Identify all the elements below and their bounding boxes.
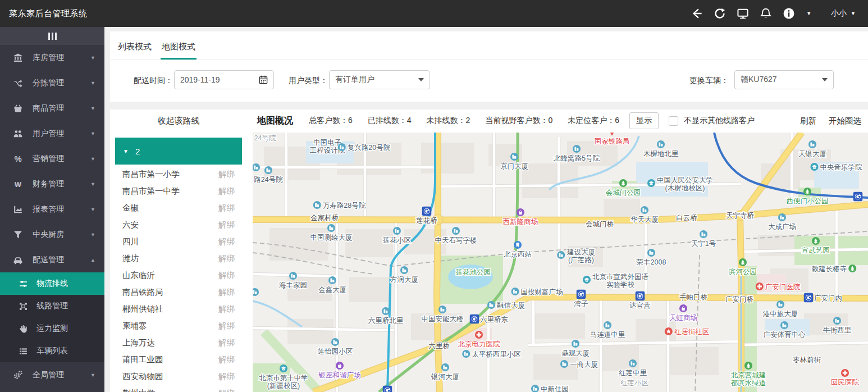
map-poi-icon[interactable] (383, 386, 392, 392)
back-icon[interactable] (691, 8, 702, 19)
route-customer-row[interactable]: 潍坊解绑 (110, 250, 247, 267)
map-poi-label[interactable]: 天宁寺桥 (726, 212, 755, 220)
sidebar-item-财务管理[interactable]: 财务管理▼ (0, 171, 104, 197)
sidebar-item-报表管理[interactable]: 报表管理▼ (0, 197, 104, 222)
topbar-actions: ▼ 小小 ▼ (691, 8, 856, 19)
svg-text:马连道中里: 马连道中里 (590, 331, 625, 339)
svg-text:24号院: 24号院 (254, 134, 276, 142)
map-poi-label[interactable]: 金家村桥 (310, 214, 339, 222)
route-customer-row[interactable]: 上海万达解绑 (110, 334, 247, 351)
route-customer-row[interactable]: 金椒解绑 (110, 199, 247, 216)
unbind-button[interactable]: 解绑 (218, 270, 235, 281)
unbind-button[interactable]: 解绑 (218, 304, 235, 314)
map-poi-label[interactable]: 一商大厦 (560, 360, 598, 368)
vehicle-select[interactable]: 赣KU7627 (734, 70, 834, 89)
svg-text:滨河公园: 滨河公园 (728, 268, 757, 276)
refresh-icon[interactable] (714, 8, 725, 19)
unbind-button[interactable]: 解绑 (218, 388, 235, 392)
delivery-time-input[interactable]: 2019-11-19 (174, 70, 274, 89)
route-customer-row[interactable]: 西安动物园解绑 (110, 368, 247, 385)
map-overview-bar: 地图概况 总客户数：6已排线数：4未排线数：2当前视野客户数：0未定位客户：6 … (253, 110, 868, 132)
caret-down-icon[interactable]: ▼ (806, 11, 811, 16)
unbind-button[interactable]: 解绑 (218, 236, 235, 247)
route-customer-row[interactable]: 郴州供销社解绑 (110, 300, 247, 317)
map-poi-label[interactable]: 广安门内 (804, 293, 843, 303)
warehouse-icon (13, 53, 22, 62)
route-customer-row[interactable]: 六安解绑 (110, 216, 247, 233)
bell-icon[interactable] (760, 8, 771, 19)
tab-map-mode[interactable]: 地图模式 (161, 42, 197, 60)
sidebar-item-分拣管理[interactable]: 分拣管理▼ (0, 70, 104, 95)
map-poi-label[interactable]: 广安门桥 (725, 295, 754, 303)
map-poi-label[interactable]: 融信大厦 (487, 301, 525, 309)
map-poi-label[interactable]: 会城门桥 (586, 220, 614, 228)
sidebar-item-营销管理[interactable]: 营销管理▼ (0, 146, 104, 171)
svg-text:太平桥西里小区: 太平桥西里小区 (472, 350, 521, 358)
customer-name: 四川 (122, 236, 139, 247)
vehicle-value: 赣KU7627 (741, 75, 822, 85)
map-poi-label[interactable]: 24号院 (254, 134, 276, 142)
route-customer-row[interactable]: 四川解绑 (110, 233, 247, 250)
sidebar-subitem-运力监测[interactable]: 运力监测 (0, 317, 104, 340)
customer-name: 山东临沂 (122, 270, 155, 281)
chevron-icon: ▼ (90, 106, 95, 111)
unbind-button[interactable]: 解绑 (218, 169, 235, 180)
sidebar-item-用户管理[interactable]: 用户管理▼ (0, 121, 104, 146)
map-poi-label[interactable]: 中新佳园 (531, 385, 569, 392)
sidebar-subitem-车辆列表[interactable]: 车辆列表 (0, 340, 104, 362)
route-customer-row[interactable]: 山东临沂解绑 (110, 267, 247, 284)
svg-text:广安体育中心: 广安体育中心 (764, 330, 806, 339)
user-menu[interactable]: 小小 ▼ (831, 8, 856, 19)
sidebar-item-全局管理[interactable]: 全局管理▼ (0, 362, 104, 388)
map-poi-icon[interactable] (853, 192, 863, 202)
collapse-route-button[interactable]: 收起该路线 (110, 116, 247, 126)
map-poi-label[interactable]: 六里桥东 (470, 314, 509, 324)
sidebar-item-配送管理[interactable]: 配送管理▲ (0, 247, 104, 272)
sidebar-subitem-线路管理[interactable]: 线路管理 (0, 295, 104, 317)
route-customer-row[interactable]: 莆田工业园解绑 (110, 351, 247, 368)
map-poi-label[interactable]: 莲花池公园 (456, 268, 491, 276)
mode-tabs: 列表模式 地图模式 (110, 31, 868, 60)
hide-other-routes-checkbox[interactable] (669, 116, 678, 126)
info-icon[interactable] (783, 8, 794, 19)
sidebar-item-库房管理[interactable]: 库房管理▼ (0, 45, 104, 70)
unbind-button[interactable]: 解绑 (218, 338, 235, 348)
unbind-button[interactable]: 解绑 (218, 186, 235, 197)
svg-text:中国测绘大厦: 中国测绘大厦 (310, 234, 353, 241)
route-customer-row[interactable]: 南昌市第一小学解绑 (110, 166, 247, 183)
start-select-button[interactable]: 开始圈选 (829, 116, 861, 126)
hide-other-routes-label: 不显示其他线路客户 (684, 116, 755, 126)
show-button[interactable]: 显示 (629, 112, 659, 129)
sidebar-subitem-物流排线[interactable]: 物流排线 (0, 272, 104, 295)
map-stat: 未定位客户：6 (568, 116, 619, 126)
unbind-button[interactable]: 解绑 (218, 321, 235, 331)
monitor-icon[interactable] (737, 8, 748, 19)
unbind-button[interactable]: 解绑 (218, 354, 235, 365)
map-poi-label[interactable]: 手帕口桥 (679, 293, 708, 301)
route-customer-row[interactable]: 荆州中学解绑 (110, 385, 247, 392)
unbind-button[interactable]: 解绑 (218, 287, 235, 298)
unbind-button[interactable]: 解绑 (218, 253, 235, 264)
user-type-select[interactable]: 有订单用户 (329, 70, 430, 89)
route-customer-row[interactable]: 南昌铁路局解绑 (110, 284, 247, 300)
route-group-header[interactable]: ▼ 2 (115, 138, 242, 165)
sidebar-item-中央厨房[interactable]: 中央厨房▼ (0, 222, 104, 247)
map-canvas[interactable]: 24号院中国电子工程设计院复兴路20号院路24号院京门大厦北蜂窝路5号院国家铁路… (253, 133, 868, 392)
sidebar-item-商品管理[interactable]: 商品管理▼ (0, 95, 104, 121)
tab-list-mode[interactable]: 列表模式 (117, 42, 153, 60)
finance-icon (13, 180, 22, 189)
map-poi-label[interactable]: 六里桥 (428, 342, 450, 350)
svg-text:中央音乐学院: 中央音乐学院 (820, 163, 863, 171)
unbind-button[interactable]: 解绑 (218, 203, 235, 213)
chevron-down-icon (822, 78, 828, 81)
route-customer-row[interactable]: 南昌市第一中学解绑 (110, 183, 247, 199)
svg-text:六里桥: 六里桥 (428, 342, 450, 350)
map-poi-label[interactable]: 枣林前街 (793, 356, 821, 364)
sidebar-collapse-toggle[interactable] (0, 27, 104, 45)
unbind-button[interactable]: 解绑 (218, 220, 235, 230)
map-poi-label[interactable]: 白云桥 (676, 214, 697, 222)
route-customer-row[interactable]: 柬埔寨解绑 (110, 317, 247, 334)
map-poi-label[interactable]: 红莲小区 (620, 379, 649, 387)
refresh-map-button[interactable]: 刷新 (800, 116, 816, 126)
unbind-button[interactable]: 解绑 (218, 371, 235, 382)
